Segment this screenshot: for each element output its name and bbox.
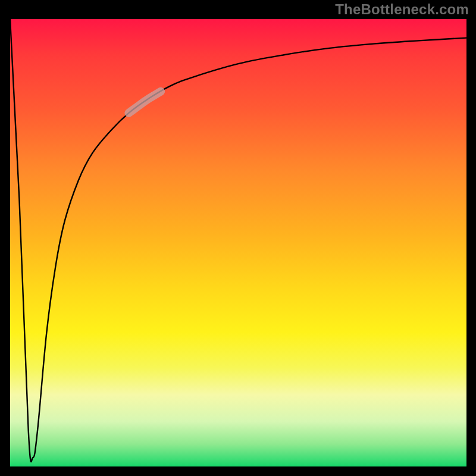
- axis-border-right: [466, 0, 476, 476]
- watermark-text: TheBottleneck.com: [335, 1, 469, 18]
- bottleneck-curve-path: [10, 19, 466, 462]
- highlight-marker: [129, 92, 161, 113]
- chart-root: TheBottleneck.com: [0, 0, 476, 476]
- axis-border-left: [0, 0, 10, 476]
- axis-border-bottom: [0, 466, 476, 476]
- curve-svg: [10, 19, 466, 466]
- chart-frame: [0, 0, 476, 476]
- plot-area: [10, 19, 466, 466]
